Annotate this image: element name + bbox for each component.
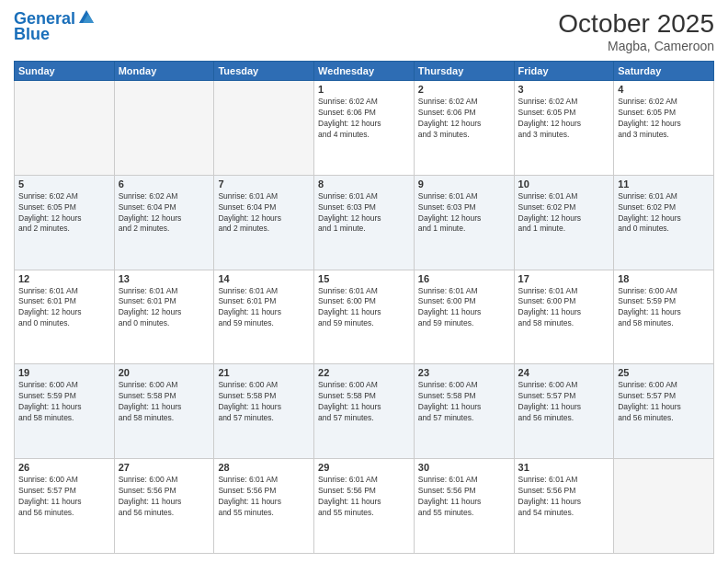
header-monday: Monday	[114, 62, 214, 81]
header: General Blue October 2025 Magba, Cameroo…	[14, 9, 714, 53]
table-row: 31Sunrise: 6:01 AM Sunset: 5:56 PM Dayli…	[514, 459, 614, 554]
calendar-week-row: 19Sunrise: 6:00 AM Sunset: 5:59 PM Dayli…	[15, 364, 714, 459]
day-info: Sunrise: 6:01 AM Sunset: 6:04 PM Dayligh…	[218, 191, 310, 236]
day-info: Sunrise: 6:01 AM Sunset: 5:56 PM Dayligh…	[418, 475, 510, 519]
day-info: Sunrise: 6:01 AM Sunset: 6:02 PM Dayligh…	[518, 191, 610, 236]
header-wednesday: Wednesday	[314, 62, 415, 81]
table-row: 3Sunrise: 6:02 AM Sunset: 6:05 PM Daylig…	[514, 81, 614, 176]
day-info: Sunrise: 6:01 AM Sunset: 6:01 PM Dayligh…	[119, 286, 210, 330]
day-number: 23	[418, 367, 510, 378]
day-number: 6	[119, 178, 210, 190]
day-info: Sunrise: 6:02 AM Sunset: 6:06 PM Dayligh…	[418, 97, 510, 141]
table-row: 15Sunrise: 6:01 AM Sunset: 6:00 PM Dayli…	[314, 270, 415, 364]
day-info: Sunrise: 6:00 AM Sunset: 5:58 PM Dayligh…	[318, 380, 410, 424]
calendar-header-row: Sunday Monday Tuesday Wednesday Thursday…	[15, 62, 714, 81]
day-number: 8	[318, 178, 410, 190]
table-row: 18Sunrise: 6:00 AM Sunset: 5:59 PM Dayli…	[614, 270, 714, 364]
page: General Blue October 2025 Magba, Cameroo…	[0, 0, 728, 563]
table-row: 4Sunrise: 6:02 AM Sunset: 6:05 PM Daylig…	[614, 81, 714, 176]
day-number: 16	[418, 273, 510, 284]
day-number: 14	[218, 273, 310, 284]
day-info: Sunrise: 6:02 AM Sunset: 6:06 PM Dayligh…	[318, 97, 410, 141]
table-row: 28Sunrise: 6:01 AM Sunset: 5:56 PM Dayli…	[214, 459, 314, 554]
day-number: 25	[618, 367, 710, 378]
day-number: 22	[318, 367, 410, 378]
day-number: 15	[318, 273, 410, 284]
day-info: Sunrise: 6:01 AM Sunset: 6:00 PM Dayligh…	[318, 286, 410, 330]
day-info: Sunrise: 6:02 AM Sunset: 6:04 PM Dayligh…	[119, 191, 210, 236]
day-info: Sunrise: 6:01 AM Sunset: 6:03 PM Dayligh…	[318, 191, 410, 236]
day-number: 13	[119, 273, 210, 284]
table-row: 11Sunrise: 6:01 AM Sunset: 6:02 PM Dayli…	[614, 175, 714, 270]
table-row: 13Sunrise: 6:01 AM Sunset: 6:01 PM Dayli…	[114, 270, 214, 364]
day-info: Sunrise: 6:00 AM Sunset: 5:57 PM Dayligh…	[18, 475, 110, 519]
table-row	[214, 81, 314, 176]
table-row: 22Sunrise: 6:00 AM Sunset: 5:58 PM Dayli…	[314, 364, 415, 459]
header-friday: Friday	[514, 62, 614, 81]
day-number: 10	[518, 178, 610, 190]
day-number: 30	[418, 462, 510, 473]
table-row	[114, 81, 214, 176]
table-row: 9Sunrise: 6:01 AM Sunset: 6:03 PM Daylig…	[414, 175, 514, 270]
day-number: 3	[518, 84, 610, 95]
table-row	[15, 81, 115, 176]
day-number: 19	[18, 367, 110, 378]
table-row: 24Sunrise: 6:00 AM Sunset: 5:57 PM Dayli…	[514, 364, 614, 459]
day-info: Sunrise: 6:00 AM Sunset: 5:56 PM Dayligh…	[119, 475, 210, 519]
day-number: 28	[218, 462, 310, 473]
table-row: 12Sunrise: 6:01 AM Sunset: 6:01 PM Dayli…	[15, 270, 115, 364]
table-row: 19Sunrise: 6:00 AM Sunset: 5:59 PM Dayli…	[15, 364, 115, 459]
calendar-week-row: 26Sunrise: 6:00 AM Sunset: 5:57 PM Dayli…	[15, 459, 714, 554]
day-number: 1	[318, 84, 410, 95]
table-row: 2Sunrise: 6:02 AM Sunset: 6:06 PM Daylig…	[414, 81, 514, 176]
day-number: 11	[618, 178, 710, 190]
day-info: Sunrise: 6:00 AM Sunset: 5:57 PM Dayligh…	[618, 380, 710, 424]
table-row: 5Sunrise: 6:02 AM Sunset: 6:05 PM Daylig…	[15, 175, 115, 270]
table-row: 17Sunrise: 6:01 AM Sunset: 6:00 PM Dayli…	[514, 270, 614, 364]
day-info: Sunrise: 6:02 AM Sunset: 6:05 PM Dayligh…	[618, 97, 710, 141]
table-row: 8Sunrise: 6:01 AM Sunset: 6:03 PM Daylig…	[314, 175, 415, 270]
table-row	[614, 459, 714, 554]
day-info: Sunrise: 6:02 AM Sunset: 6:05 PM Dayligh…	[518, 97, 610, 141]
table-row: 20Sunrise: 6:00 AM Sunset: 5:58 PM Dayli…	[114, 364, 214, 459]
table-row: 23Sunrise: 6:00 AM Sunset: 5:58 PM Dayli…	[414, 364, 514, 459]
table-row: 7Sunrise: 6:01 AM Sunset: 6:04 PM Daylig…	[214, 175, 314, 270]
day-info: Sunrise: 6:01 AM Sunset: 6:01 PM Dayligh…	[18, 286, 110, 330]
day-number: 21	[218, 367, 310, 378]
calendar-week-row: 5Sunrise: 6:02 AM Sunset: 6:05 PM Daylig…	[15, 175, 714, 270]
day-number: 29	[318, 462, 410, 473]
table-row: 1Sunrise: 6:02 AM Sunset: 6:06 PM Daylig…	[314, 81, 415, 176]
day-number: 2	[418, 84, 510, 95]
day-info: Sunrise: 6:00 AM Sunset: 5:58 PM Dayligh…	[218, 380, 310, 424]
day-info: Sunrise: 6:01 AM Sunset: 5:56 PM Dayligh…	[518, 475, 610, 519]
location: Magba, Cameroon	[558, 39, 714, 53]
day-info: Sunrise: 6:01 AM Sunset: 6:01 PM Dayligh…	[218, 286, 310, 330]
calendar-week-row: 12Sunrise: 6:01 AM Sunset: 6:01 PM Dayli…	[15, 270, 714, 364]
calendar-week-row: 1Sunrise: 6:02 AM Sunset: 6:06 PM Daylig…	[15, 81, 714, 176]
title-area: October 2025 Magba, Cameroon	[558, 9, 714, 53]
calendar-table: Sunday Monday Tuesday Wednesday Thursday…	[14, 61, 714, 554]
day-info: Sunrise: 6:01 AM Sunset: 6:00 PM Dayligh…	[518, 286, 610, 330]
table-row: 30Sunrise: 6:01 AM Sunset: 5:56 PM Dayli…	[414, 459, 514, 554]
header-thursday: Thursday	[414, 62, 514, 81]
logo: General Blue	[14, 9, 96, 44]
header-sunday: Sunday	[15, 62, 115, 81]
day-number: 31	[518, 462, 610, 473]
table-row: 29Sunrise: 6:01 AM Sunset: 5:56 PM Dayli…	[314, 459, 415, 554]
day-info: Sunrise: 6:00 AM Sunset: 5:59 PM Dayligh…	[18, 380, 110, 424]
day-number: 27	[119, 462, 210, 473]
table-row: 14Sunrise: 6:01 AM Sunset: 6:01 PM Dayli…	[214, 270, 314, 364]
day-number: 7	[218, 178, 310, 190]
day-number: 24	[518, 367, 610, 378]
table-row: 25Sunrise: 6:00 AM Sunset: 5:57 PM Dayli…	[614, 364, 714, 459]
day-info: Sunrise: 6:01 AM Sunset: 6:02 PM Dayligh…	[618, 191, 710, 236]
day-info: Sunrise: 6:01 AM Sunset: 6:00 PM Dayligh…	[418, 286, 510, 330]
day-info: Sunrise: 6:00 AM Sunset: 5:57 PM Dayligh…	[518, 380, 610, 424]
day-number: 5	[18, 178, 110, 190]
day-info: Sunrise: 6:01 AM Sunset: 5:56 PM Dayligh…	[218, 475, 310, 519]
table-row: 6Sunrise: 6:02 AM Sunset: 6:04 PM Daylig…	[114, 175, 214, 270]
table-row: 26Sunrise: 6:00 AM Sunset: 5:57 PM Dayli…	[15, 459, 115, 554]
month-year: October 2025	[558, 9, 714, 39]
day-number: 9	[418, 178, 510, 190]
day-info: Sunrise: 6:02 AM Sunset: 6:05 PM Dayligh…	[18, 191, 110, 236]
